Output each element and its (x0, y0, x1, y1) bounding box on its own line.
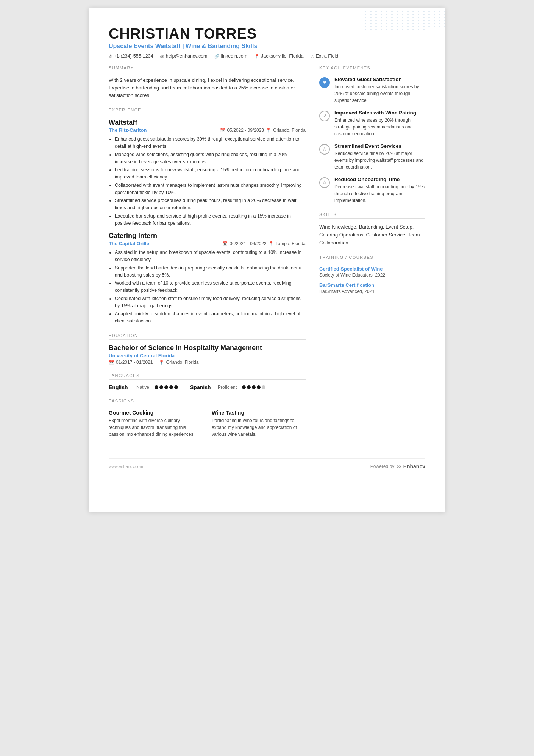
pin-icon-2: 📍 (269, 241, 274, 246)
job-location-2: Tampa, Florida (276, 241, 306, 246)
languages-section: LANGUAGES EnglishNativeSpanishProficient (109, 373, 306, 390)
achievement-item: ☆Streamlined Event ServicesReduced servi… (319, 143, 425, 171)
left-column: SUMMARY With 2 years of experience in up… (109, 66, 306, 446)
edu-calendar-icon: 📅 (109, 360, 114, 365)
passion-title: Wine Tasting (212, 410, 306, 416)
passions-grid: Gourmet CookingExperimenting with divers… (109, 410, 306, 438)
powered-by-text: Powered by (370, 464, 394, 469)
language-item: EnglishNative (109, 384, 178, 390)
training-title: TRAINING / COURSES (319, 255, 425, 261)
achievement-icon: ☆ (319, 144, 330, 155)
brand-logo-icon: ∞ (397, 463, 401, 470)
contact-location: 📍 Jacksonville, Florida (254, 53, 304, 59)
achievement-icon: ↗ (319, 111, 330, 121)
job-meta-1: The Ritz-Carlton 📅 05/2022 - 09/2023 📍 O… (109, 127, 306, 133)
calendar-icon-1: 📅 (220, 128, 225, 133)
bullet-item: Managed wine selections, assisting guest… (115, 151, 306, 166)
job-bullets-2: Assisted in the setup and breakdown of u… (109, 249, 306, 325)
candidate-name: CHRISTIAN TORRES (109, 26, 425, 42)
footer-brand: Powered by ∞ Enhancv (370, 463, 425, 470)
edu-pin-icon: 📍 (159, 360, 164, 365)
location-icon: 📍 (254, 54, 259, 59)
achievement-text: Improved Sales with Wine PairingEnhanced… (334, 110, 425, 137)
achievement-item: ♥Elevated Guest SatisfactionIncreased cu… (319, 77, 425, 104)
job-item-2: Catering Intern The Capital Grille 📅 06/… (109, 232, 306, 325)
achievements-title: KEY ACHIEVEMENTS (319, 66, 425, 72)
achievement-item: ↗Improved Sales with Wine PairingEnhance… (319, 110, 425, 137)
summary-title: SUMMARY (109, 66, 306, 72)
languages-row: EnglishNativeSpanishProficient (109, 384, 306, 390)
language-name: English (109, 384, 133, 390)
contact-row: ✆ +1-(234)-555-1234 @ help@enhancv.com 🔗… (109, 53, 425, 59)
contact-phone: ✆ +1-(234)-555-1234 (109, 53, 153, 59)
skills-text: Wine Knowledge, Bartending, Event Setup,… (319, 223, 425, 247)
bullet-item: Adapted quickly to sudden changes in eve… (115, 310, 306, 325)
skills-title: SKILLS (319, 212, 425, 219)
bullet-item: Executed bar setup and service at high-p… (115, 213, 306, 227)
main-content: SUMMARY With 2 years of experience in up… (109, 66, 425, 446)
passion-desc: Participating in wine tours and tastings… (212, 417, 306, 438)
job-title-2: Catering Intern (109, 232, 306, 240)
summary-section: SUMMARY With 2 years of experience in up… (109, 66, 306, 99)
bullet-item: Supported the lead bartenders in prepari… (115, 265, 306, 279)
education-section: EDUCATION Bachelor of Science in Hospita… (109, 333, 306, 365)
skills-section: SKILLS Wine Knowledge, Bartending, Event… (319, 212, 425, 247)
resume-page: CHRISTIAN TORRES Upscale Events Waitstaf… (89, 8, 445, 512)
achievement-text: Reduced Onboarding TimeDecreased waitsta… (334, 177, 425, 204)
training-org: Society of Wine Educators, 2022 (319, 272, 425, 278)
phone-icon: ✆ (109, 54, 112, 59)
achievement-desc: Decreased waitstaff onboarding time by 1… (334, 183, 425, 204)
passions-section: PASSIONS Gourmet CookingExperimenting wi… (109, 399, 306, 438)
candidate-title: Upscale Events Waitstaff | Wine & Barten… (109, 43, 425, 50)
bullet-item: Collaborated with event managers to impl… (115, 182, 306, 196)
achievement-title: Improved Sales with Wine Pairing (334, 110, 425, 116)
job-dates-2: 06/2021 - 04/2022 (230, 241, 266, 246)
calendar-icon-2: 📅 (222, 241, 228, 246)
languages-title: LANGUAGES (109, 373, 306, 380)
footer-website: www.enhancv.com (109, 464, 143, 469)
edu-degree: Bachelor of Science in Hospitality Manag… (109, 344, 306, 352)
achievement-item: ☆Reduced Onboarding TimeDecreased waitst… (319, 177, 425, 204)
language-dots (242, 385, 265, 389)
achievements-section: KEY ACHIEVEMENTS ♥Elevated Guest Satisfa… (319, 66, 425, 204)
contact-linkedin: 🔗 linkedin.com (214, 53, 247, 59)
resume-header: CHRISTIAN TORRES Upscale Events Waitstaf… (109, 26, 425, 59)
bullet-item: Enhanced guest satisfaction scores by 30… (115, 136, 306, 150)
experience-title: EXPERIENCE (109, 108, 306, 114)
achievement-desc: Reduced service time by 20% at major eve… (334, 150, 425, 171)
passion-item: Gourmet CookingExperimenting with divers… (109, 410, 203, 438)
pin-icon-1: 📍 (266, 128, 271, 133)
language-level: Proficient (218, 385, 237, 390)
passions-title: PASSIONS (109, 399, 306, 405)
email-icon: @ (160, 54, 164, 58)
achievement-text: Streamlined Event ServicesReduced servic… (334, 143, 425, 171)
job-company-1: The Ritz-Carlton (109, 127, 147, 133)
passion-desc: Experimenting with diverse culinary tech… (109, 417, 203, 438)
job-meta-2: The Capital Grille 📅 06/2021 - 04/2022 📍… (109, 241, 306, 246)
language-dots (155, 385, 178, 389)
page-footer: www.enhancv.com Powered by ∞ Enhancv (109, 458, 425, 470)
edu-location: Orlando, Florida (166, 360, 198, 365)
achievement-title: Reduced Onboarding Time (334, 177, 425, 182)
training-title: Certified Specialist of Wine (319, 266, 425, 272)
achievement-desc: Enhanced wine sales by 20% through strat… (334, 117, 425, 137)
education-title: EDUCATION (109, 333, 306, 340)
achievement-desc: Increased customer satisfaction scores b… (334, 83, 425, 104)
star-icon: ☆ (311, 54, 314, 59)
brand-name: Enhancv (403, 463, 425, 470)
edu-dates: 01/2017 - 01/2021 (116, 360, 153, 365)
right-column: KEY ACHIEVEMENTS ♥Elevated Guest Satisfa… (319, 66, 425, 446)
job-item-1: Waitstaff The Ritz-Carlton 📅 05/2022 - 0… (109, 119, 306, 227)
bullet-item: Worked with a team of 10 to provide seam… (115, 280, 306, 294)
job-dates-1: 05/2022 - 09/2023 (227, 128, 264, 133)
training-title: BarSmarts Certification (319, 282, 425, 288)
linkedin-icon: 🔗 (214, 54, 220, 59)
job-title-1: Waitstaff (109, 119, 306, 127)
achievement-icon: ♥ (319, 77, 330, 88)
job-location-1: Orlando, Florida (273, 128, 306, 133)
training-item: Certified Specialist of WineSociety of W… (319, 266, 425, 278)
training-org: BarSmarts Advanced, 2021 (319, 289, 425, 294)
training-list: Certified Specialist of WineSociety of W… (319, 266, 425, 294)
edu-school: University of Central Florida (109, 353, 306, 358)
achievement-text: Elevated Guest SatisfactionIncreased cus… (334, 77, 425, 104)
